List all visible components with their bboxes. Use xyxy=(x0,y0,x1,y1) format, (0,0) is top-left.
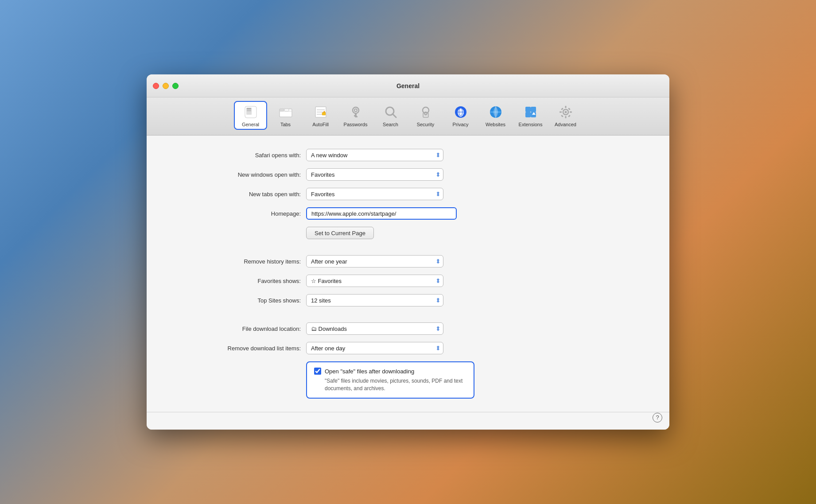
remove-download-select[interactable]: After one day xyxy=(306,342,443,354)
svg-rect-39 xyxy=(560,112,562,113)
new-tabs-select[interactable]: Favorites xyxy=(306,188,443,200)
svg-rect-3 xyxy=(247,109,251,110)
svg-rect-41 xyxy=(561,108,563,110)
safari-opens-row: Safari opens with: A new window ⬍ xyxy=(164,149,652,161)
window-title: General xyxy=(396,82,420,89)
titlebar: General xyxy=(147,74,669,97)
general-icon xyxy=(242,104,259,120)
svg-rect-33 xyxy=(525,112,531,117)
top-sites-row: Top Sites shows: 12 sites ⬍ xyxy=(164,294,652,306)
minimize-button[interactable] xyxy=(163,83,169,89)
file-download-row: File download location: 🗂 Downloads ⬍ xyxy=(164,322,652,335)
open-safe-files-checkbox[interactable] xyxy=(314,368,321,375)
top-sites-label: Top Sites shows: xyxy=(164,297,306,304)
homepage-input[interactable] xyxy=(306,207,457,220)
svg-rect-7 xyxy=(284,109,289,111)
svg-line-20 xyxy=(392,114,396,117)
open-safe-files-row: Open "safe" files after downloading xyxy=(314,368,466,375)
favorites-shows-control: ☆ Favorites ⬍ xyxy=(306,275,652,287)
tab-search[interactable]: Search xyxy=(374,101,407,130)
top-sites-select-wrapper: 12 sites ⬍ xyxy=(306,294,443,306)
top-sites-select[interactable]: 12 sites xyxy=(306,294,443,306)
settings-panel: Safari opens with: A new window ⬍ New wi… xyxy=(147,136,669,412)
favorites-shows-label: Favorites shows: xyxy=(164,278,306,284)
tab-general-label: General xyxy=(242,122,259,127)
tab-websites-label: Websites xyxy=(486,122,505,127)
tab-extensions[interactable]: Extensions xyxy=(514,101,547,130)
svg-point-14 xyxy=(353,107,359,113)
svg-rect-32 xyxy=(531,107,536,112)
close-button[interactable] xyxy=(153,83,159,89)
help-button[interactable]: ? xyxy=(653,413,662,423)
remove-history-select[interactable]: After one year xyxy=(306,255,443,268)
tab-passwords-label: Passwords xyxy=(344,122,368,127)
new-tabs-select-wrapper: Favorites ⬍ xyxy=(306,188,443,200)
tab-autofill-label: AutoFill xyxy=(312,122,329,127)
remove-history-label: Remove history items: xyxy=(164,258,306,265)
tabs-icon xyxy=(277,104,294,120)
tab-tabs-label: Tabs xyxy=(280,122,291,127)
svg-rect-4 xyxy=(247,111,251,112)
remove-download-control: After one day ⬍ xyxy=(306,342,652,354)
favorites-shows-row: Favorites shows: ☆ Favorites ⬍ xyxy=(164,275,652,287)
remove-download-label: Remove download list items: xyxy=(164,345,306,352)
new-windows-select[interactable]: Favorites xyxy=(306,168,443,181)
tab-advanced[interactable]: Advanced xyxy=(549,101,582,130)
passwords-icon xyxy=(347,104,364,120)
separator-2 xyxy=(164,314,652,322)
favorites-shows-select[interactable]: ☆ Favorites xyxy=(306,275,443,287)
svg-rect-17 xyxy=(354,115,356,116)
tab-privacy[interactable]: Privacy xyxy=(444,101,477,130)
svg-rect-2 xyxy=(247,108,251,109)
maximize-button[interactable] xyxy=(172,83,179,89)
svg-rect-18 xyxy=(356,116,357,117)
preferences-window: General General xyxy=(147,74,669,430)
svg-rect-44 xyxy=(568,115,571,117)
tab-security-label: Security xyxy=(417,122,435,127)
svg-rect-42 xyxy=(568,108,571,110)
open-safe-files-section: Open "safe" files after downloading "Saf… xyxy=(164,361,652,399)
extensions-icon xyxy=(522,104,539,120)
new-windows-control: Favorites ⬍ xyxy=(306,168,652,181)
file-download-select[interactable]: 🗂 Downloads xyxy=(306,322,443,335)
tab-autofill[interactable]: AutoFill xyxy=(304,101,337,130)
svg-rect-43 xyxy=(561,115,563,117)
svg-rect-31 xyxy=(525,107,531,112)
tab-search-label: Search xyxy=(383,122,398,127)
file-download-control: 🗂 Downloads ⬍ xyxy=(306,322,652,335)
svg-rect-6 xyxy=(280,109,284,111)
tab-passwords[interactable]: Passwords xyxy=(339,101,372,130)
homepage-label: Homepage: xyxy=(164,210,306,217)
websites-icon xyxy=(487,104,504,120)
new-tabs-row: New tabs open with: Favorites ⬍ xyxy=(164,188,652,200)
new-windows-label: New windows open with: xyxy=(164,171,306,178)
new-windows-select-wrapper: Favorites ⬍ xyxy=(306,168,443,181)
set-to-current-page-button[interactable]: Set to Current Page xyxy=(306,227,374,239)
file-download-select-wrapper: 🗂 Downloads ⬍ xyxy=(306,322,443,335)
tab-privacy-label: Privacy xyxy=(452,122,468,127)
remove-download-select-wrapper: After one day ⬍ xyxy=(306,342,443,354)
open-safe-files-description: "Safe" files include movies, pictures, s… xyxy=(314,377,466,392)
favorites-shows-select-wrapper: ☆ Favorites ⬍ xyxy=(306,275,443,287)
tab-tabs[interactable]: Tabs xyxy=(269,101,302,130)
svg-point-36 xyxy=(564,111,567,113)
tab-general[interactable]: General xyxy=(234,101,267,130)
svg-rect-40 xyxy=(570,112,572,113)
tab-websites[interactable]: Websites xyxy=(479,101,512,130)
safari-opens-label: Safari opens with: xyxy=(164,152,306,159)
tab-security[interactable]: Security xyxy=(409,101,442,130)
safari-opens-select[interactable]: A new window xyxy=(306,149,443,161)
homepage-control xyxy=(306,207,652,220)
homepage-row: Homepage: xyxy=(164,207,652,220)
svg-rect-38 xyxy=(565,116,566,118)
toolbar: General Tabs xyxy=(147,97,669,136)
svg-rect-13 xyxy=(322,112,326,115)
set-current-page-row: Set to Current Page xyxy=(164,227,652,239)
file-download-label: File download location: xyxy=(164,326,306,332)
open-safe-files-container: Open "safe" files after downloading "Saf… xyxy=(306,361,474,399)
search-icon xyxy=(382,104,399,120)
bottom-bar: ? xyxy=(147,412,669,430)
top-sites-control: 12 sites ⬍ xyxy=(306,294,652,306)
open-safe-files-label: Open "safe" files after downloading xyxy=(325,368,414,375)
svg-point-24 xyxy=(425,114,426,116)
